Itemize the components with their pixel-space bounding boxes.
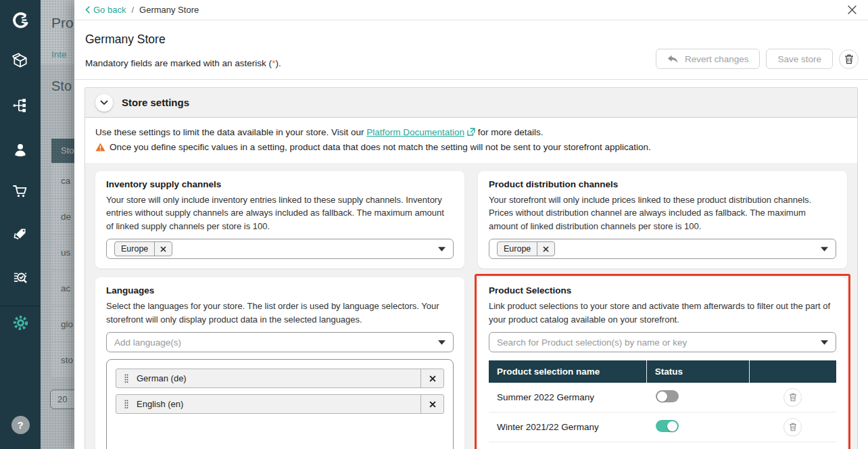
dropdown-caret-icon — [821, 247, 828, 252]
card-description: Select the languages for your store. The… — [106, 300, 454, 326]
platform-documentation-link[interactable]: Platform Documentation — [366, 127, 464, 137]
header-actions: Revert changes Save store — [656, 49, 859, 69]
column-header-status: Status — [646, 360, 750, 383]
breadcrumb-current: Germany Store — [139, 5, 199, 15]
product-selection-name: Winter 2021/22 Germany — [489, 422, 646, 432]
external-link-icon — [467, 126, 475, 141]
store-detail-panel: Go back / Germany Store Germany Store Ma… — [74, 0, 868, 449]
product-selection-name: Summer 2022 Germany — [489, 392, 646, 402]
remove-language-button[interactable] — [420, 369, 443, 387]
chevron-down-icon — [100, 100, 108, 105]
card-title: Product Selections — [489, 285, 836, 296]
inventory-supply-channels-card: Inventory supply channels Your store wil… — [95, 171, 464, 269]
audit-search-icon[interactable] — [11, 268, 30, 287]
language-label: German (de) — [137, 373, 420, 383]
product-selections-card: Product Selections Link product selectio… — [478, 277, 847, 449]
toggle-knob — [657, 392, 667, 402]
revert-changes-button[interactable]: Revert changes — [656, 49, 761, 69]
product-distribution-channels-card: Product distribution channels Your store… — [478, 171, 847, 269]
discounts-tag-icon[interactable] — [11, 224, 30, 243]
card-title: Product distribution channels — [489, 179, 836, 189]
drag-handle-icon[interactable] — [116, 374, 137, 383]
products-box-icon[interactable] — [11, 51, 30, 70]
supply-channels-select[interactable]: Europe — [106, 239, 454, 259]
save-store-label: Save store — [777, 54, 821, 64]
settings-gear-icon[interactable] — [11, 313, 30, 332]
tag-label: Europe — [498, 242, 537, 256]
dimmed-background-page: Pro Inte Sto Sto ca de us ac glo sto 20 — [41, 0, 74, 449]
help-glyph: ? — [17, 419, 23, 431]
product-selection-search-select[interactable]: Search for Product selection(s) by name … — [489, 332, 836, 352]
commercetools-logo-icon[interactable] — [11, 11, 30, 30]
remove-tag-button[interactable] — [154, 242, 172, 256]
breadcrumb-separator: / — [131, 5, 134, 15]
undo-icon — [667, 55, 679, 64]
dropdown-caret-icon — [821, 340, 828, 345]
trash-icon — [844, 54, 854, 64]
remove-tag-button[interactable] — [537, 242, 554, 256]
go-back-link[interactable]: Go back — [85, 5, 126, 15]
language-item: English (en) — [116, 394, 444, 414]
select-placeholder: Add language(s) — [114, 337, 181, 348]
go-back-label: Go back — [93, 5, 126, 15]
add-languages-select[interactable]: Add language(s) — [106, 332, 454, 352]
selected-languages-list: German (de) English (en) — [106, 359, 454, 449]
categories-tree-icon[interactable] — [11, 96, 30, 115]
mandatory-note-suffix: ). — [275, 58, 281, 68]
intro-text-suffix: for more details. — [475, 127, 544, 137]
select-placeholder: Search for Product selection(s) by name … — [497, 337, 687, 348]
modal-backdrop-overlay — [41, 0, 74, 449]
toggle-knob — [667, 421, 677, 431]
revert-changes-label: Revert changes — [685, 54, 749, 64]
close-panel-button[interactable] — [847, 5, 857, 15]
languages-card: Languages Select the languages for your … — [95, 277, 464, 449]
delete-store-button[interactable] — [839, 49, 859, 69]
section-intro: Use these settings to limit the data ava… — [85, 118, 857, 163]
status-toggle[interactable] — [656, 390, 679, 402]
card-title: Languages — [106, 285, 454, 296]
panel-topbar: Go back / Germany Store — [74, 0, 868, 20]
distribution-channels-select[interactable]: Europe — [489, 239, 836, 259]
product-selections-wrapper: Product Selections Link product selectio… — [478, 277, 847, 449]
section-title: Store settings — [122, 97, 189, 108]
intro-text: Use these settings to limit the data ava… — [95, 127, 366, 137]
app-sidebar: ? — [0, 0, 41, 449]
close-icon — [429, 375, 436, 382]
remove-language-button[interactable] — [420, 395, 443, 413]
close-icon — [543, 246, 549, 252]
store-settings-section: Store settings Use these settings to lim… — [85, 87, 858, 449]
page-title: Germany Store — [85, 32, 857, 47]
save-store-button[interactable]: Save store — [766, 49, 833, 69]
card-description: Your store will only include inventory e… — [106, 193, 454, 233]
column-header-actions — [749, 360, 836, 383]
customers-person-icon[interactable] — [11, 141, 30, 160]
card-description: Link product selections to your store an… — [489, 300, 836, 326]
warning-text: Once you define specific values in a set… — [110, 142, 651, 152]
mandatory-note-text: Mandatory fields are marked with an aste… — [85, 58, 272, 68]
warning-icon — [95, 142, 105, 156]
card-description: Your storefront will only include prices… — [489, 193, 836, 233]
product-selections-table: Product selection name Status Summer 202… — [489, 360, 836, 449]
help-icon[interactable]: ? — [11, 415, 30, 434]
table-row: Winter 2021/22 Germany — [489, 412, 836, 442]
remove-selection-button[interactable] — [783, 418, 802, 436]
status-toggle[interactable] — [656, 420, 679, 432]
store-settings-header[interactable]: Store settings — [85, 88, 857, 118]
dropdown-caret-icon — [438, 340, 445, 345]
sidebar-divider — [0, 306, 41, 306]
card-title: Inventory supply channels — [106, 179, 454, 189]
intro-line: Use these settings to limit the data ava… — [95, 126, 847, 141]
column-header-name: Product selection name — [489, 360, 646, 383]
tag-label: Europe — [115, 242, 154, 256]
remove-selection-button[interactable] — [783, 388, 802, 406]
collapse-toggle[interactable] — [95, 94, 113, 112]
drag-handle-icon[interactable] — [116, 400, 137, 409]
language-item: German (de) — [116, 369, 444, 388]
close-icon — [429, 401, 436, 408]
selected-channel-tag: Europe — [497, 241, 555, 256]
orders-cart-icon[interactable] — [11, 182, 30, 201]
table-row: Summer 2022 Germany — [489, 383, 836, 412]
chevron-left-icon — [85, 6, 90, 14]
settings-cards: Inventory supply channels Your store wil… — [85, 163, 857, 449]
table-header-row: Product selection name Status — [489, 360, 836, 383]
